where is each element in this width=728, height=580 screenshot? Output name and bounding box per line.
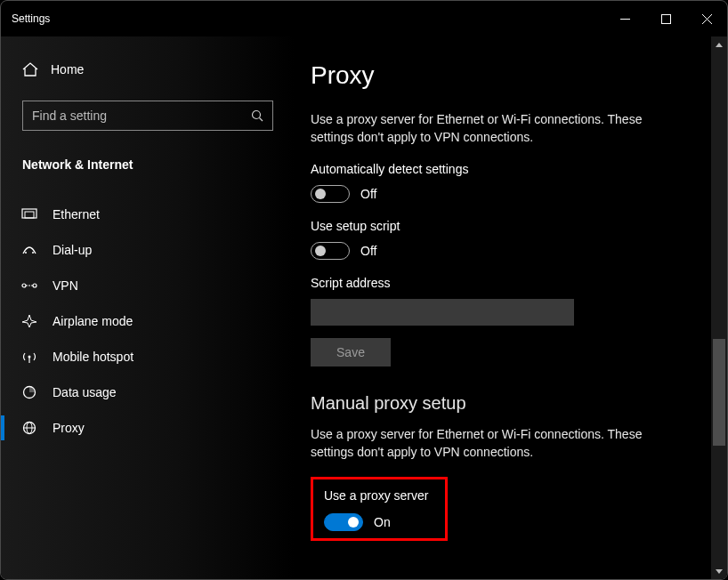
- main-pane: Proxy Use a proxy server for Ethernet or…: [295, 36, 727, 579]
- sidebar-category: Network & Internet: [1, 150, 295, 188]
- close-button[interactable]: [686, 1, 727, 36]
- scroll-thumb[interactable]: [713, 339, 725, 446]
- manual-proxy-heading: Manual proxy setup: [311, 393, 688, 414]
- main-scroll: Proxy Use a proxy server for Ethernet or…: [295, 36, 711, 579]
- toggle-knob: [315, 246, 326, 256]
- proxy-icon: [20, 421, 38, 435]
- sidebar-item-label: Dial-up: [53, 243, 92, 257]
- search-input[interactable]: [32, 109, 251, 123]
- search-icon: [251, 109, 263, 122]
- use-proxy-state: On: [374, 515, 391, 529]
- svg-rect-7: [25, 212, 34, 218]
- minimize-button[interactable]: [604, 1, 645, 36]
- settings-window: Settings Home: [0, 0, 728, 580]
- sidebar-item-label: VPN: [53, 278, 78, 293]
- toggle-knob: [348, 517, 359, 528]
- manual-proxy-description: Use a proxy server for Ethernet or Wi-Fi…: [311, 426, 688, 461]
- svg-line-5: [260, 118, 263, 122]
- maximize-button[interactable]: [645, 1, 686, 36]
- svg-rect-6: [22, 209, 36, 218]
- scrollbar[interactable]: [711, 36, 727, 579]
- sidebar-item-label: Proxy: [53, 421, 85, 435]
- sidebar-nav: Ethernet Dial-up VPN: [1, 197, 295, 446]
- sidebar-item-dialup[interactable]: Dial-up: [1, 232, 295, 268]
- home-icon: [22, 61, 38, 77]
- script-address-input[interactable]: [311, 299, 574, 326]
- window-buttons: [604, 1, 727, 36]
- use-proxy-toggle[interactable]: [324, 513, 363, 531]
- auto-detect-toggle[interactable]: [311, 185, 350, 203]
- svg-rect-1: [661, 14, 670, 23]
- sidebar-item-label: Data usage: [53, 385, 117, 399]
- auto-proxy-description: Use a proxy server for Ethernet or Wi-Fi…: [311, 111, 688, 146]
- setup-script-row: Off: [311, 242, 688, 260]
- sidebar-item-label: Mobile hotspot: [53, 350, 133, 364]
- window-title: Settings: [12, 12, 50, 25]
- toggle-knob: [315, 189, 326, 199]
- ethernet-icon: [20, 208, 38, 221]
- sidebar-item-airplane[interactable]: Airplane mode: [1, 303, 295, 339]
- svg-point-10: [22, 284, 26, 287]
- auto-detect-label: Automatically detect settings: [311, 162, 688, 176]
- save-button[interactable]: Save: [311, 338, 391, 367]
- hotspot-icon: [20, 350, 38, 364]
- vpn-icon: [20, 280, 38, 291]
- use-proxy-row: On: [324, 513, 434, 531]
- highlight-box: Use a proxy server On: [311, 477, 448, 541]
- setup-script-label: Use setup script: [311, 219, 688, 233]
- sidebar-item-label: Ethernet: [53, 207, 100, 222]
- use-proxy-label: Use a proxy server: [324, 488, 434, 503]
- svg-point-4: [253, 111, 261, 119]
- sidebar-item-label: Airplane mode: [53, 314, 133, 328]
- home-label: Home: [51, 62, 84, 77]
- datausage-icon: [20, 385, 38, 399]
- airplane-icon: [20, 314, 38, 328]
- setup-script-state: Off: [360, 244, 376, 258]
- chevron-down-icon: [716, 569, 723, 574]
- auto-detect-state: Off: [360, 187, 376, 201]
- titlebar: Settings: [1, 1, 727, 36]
- sidebar-item-hotspot[interactable]: Mobile hotspot: [1, 339, 295, 375]
- scroll-down-button[interactable]: [711, 563, 727, 579]
- search-box[interactable]: [22, 101, 273, 131]
- sidebar-item-vpn[interactable]: VPN: [1, 268, 295, 303]
- setup-script-toggle[interactable]: [311, 242, 350, 260]
- minimize-icon: [620, 19, 630, 20]
- script-address-label: Script address: [311, 276, 688, 290]
- home-link[interactable]: Home: [1, 54, 295, 85]
- sidebar-item-ethernet[interactable]: Ethernet: [1, 197, 295, 232]
- content-area: Home Network & Internet Ethernet: [1, 36, 727, 579]
- svg-point-9: [32, 252, 34, 254]
- svg-point-8: [25, 252, 27, 254]
- svg-point-11: [33, 284, 36, 287]
- sidebar-item-datausage[interactable]: Data usage: [1, 375, 295, 410]
- page-title: Proxy: [311, 61, 688, 90]
- close-icon: [702, 14, 712, 24]
- sidebar-item-proxy[interactable]: Proxy: [1, 410, 295, 446]
- auto-detect-row: Off: [311, 185, 688, 203]
- sidebar: Home Network & Internet Ethernet: [1, 36, 295, 579]
- chevron-up-icon: [716, 43, 723, 47]
- dialup-icon: [20, 245, 38, 255]
- scroll-up-button[interactable]: [711, 36, 727, 52]
- maximize-icon: [661, 14, 671, 24]
